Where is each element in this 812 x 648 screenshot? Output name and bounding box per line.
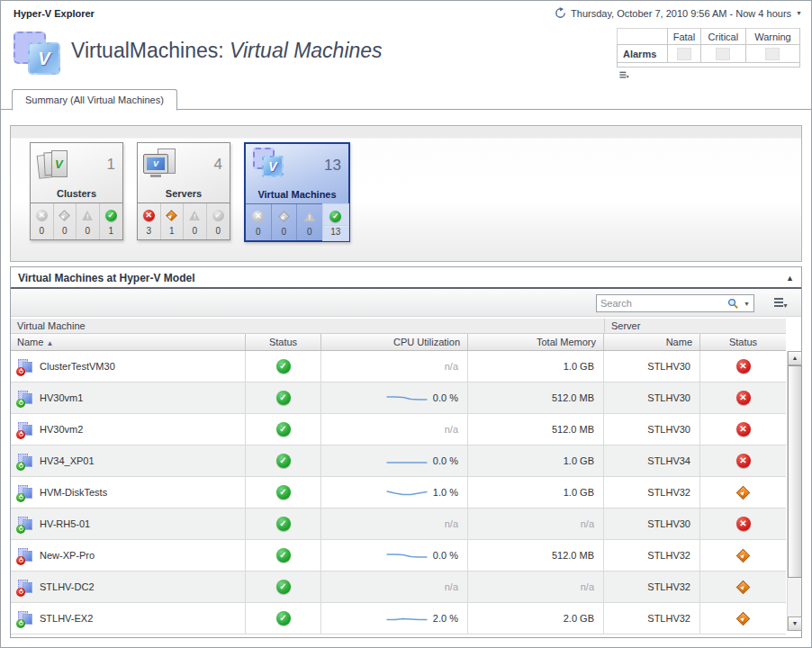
cpu-value: n/a: [445, 361, 458, 372]
server-status-fatal-icon: ✕: [736, 391, 751, 405]
tile-status-normal[interactable]: ✓: [100, 203, 123, 225]
scrollbar-thumb[interactable]: [788, 365, 802, 578]
table-row[interactable]: HV34_XP01✓0.0 %1.0 GBSTLHV34✕: [11, 446, 786, 477]
vm-name-cell[interactable]: New-XP-Pro: [11, 540, 246, 572]
table-row[interactable]: HV30vm2✓n/a512.0 MBSTLHV30✕: [11, 414, 786, 446]
server-name: STLHV32: [647, 550, 690, 561]
column-header-cpu-utilization[interactable]: CPU Utilization: [321, 334, 468, 350]
tile-status-fatal[interactable]: ✕: [138, 203, 161, 225]
tile-status-fatal[interactable]: ✕: [31, 203, 54, 225]
cpu-value: 0.0 %: [433, 392, 458, 403]
total-memory-cell: 2.0 GB: [468, 603, 604, 634]
alarms-warning-cell[interactable]: [745, 45, 799, 63]
alarms-critical-cell[interactable]: [700, 45, 745, 63]
vertical-scrollbar[interactable]: ▲ ▼: [787, 351, 801, 631]
vm-name-cell[interactable]: STLHV-DC2: [11, 572, 246, 603]
critical-status-icon: ▲: [278, 211, 290, 222]
vm-name: STLHV-EX2: [40, 613, 93, 624]
tile-status-count-warning: 0: [184, 225, 207, 239]
table-row[interactable]: New-XP-Pro✓0.0 %512.0 MBSTLHV32▲: [11, 540, 786, 572]
tile-status-normal[interactable]: ✓: [207, 203, 230, 225]
alarms-footer-strip: [618, 63, 800, 68]
cpu-utilization-cell: n/a: [321, 414, 468, 446]
vm-name-cell[interactable]: HV-RH5-01: [11, 508, 246, 540]
tile-status-critical[interactable]: ▲: [161, 203, 185, 225]
time-range-selector[interactable]: Thursday, October 7, 2010 9:56 AM - Now …: [555, 7, 802, 19]
tile-status-critical[interactable]: ▲: [272, 204, 298, 226]
tile-top: V4: [138, 143, 230, 188]
alarms-fatal-value: [677, 48, 691, 60]
vm-power-stopped-badge: [16, 556, 25, 565]
cpu-value: n/a: [445, 581, 458, 592]
column-header-server-name[interactable]: Name: [604, 334, 700, 350]
tile-status-critical[interactable]: ▲: [54, 203, 77, 225]
server-name-cell: STLHV30: [604, 508, 700, 540]
status-normal-icon: ✓: [276, 580, 291, 594]
column-header-name[interactable]: Name ▲: [11, 334, 246, 350]
tile-status-count-fatal: 0: [31, 225, 54, 239]
tile-status-count-fatal: 3: [138, 225, 161, 239]
cpu-utilization-cell: 0.0 %: [321, 540, 468, 572]
table-row[interactable]: HV-RH5-01✓n/an/aSTLHV30✕: [11, 508, 786, 540]
table-row[interactable]: STLHV-DC2✓n/an/aSTLHV32▲: [11, 572, 786, 603]
alarms-fatal-cell[interactable]: [668, 45, 701, 63]
tile-status-warning[interactable]: !: [77, 203, 100, 225]
vm-name-cell[interactable]: HVM-DiskTests: [11, 477, 246, 508]
table-options-icon[interactable]: ▼: [774, 297, 789, 309]
table-row[interactable]: HV30vm1✓0.0 %512.0 MBSTLHV30✕: [11, 382, 786, 414]
scroll-down-button[interactable]: ▼: [788, 616, 802, 631]
total-memory-cell: 512.0 MB: [468, 414, 604, 446]
server-status-critical-icon: ▲: [736, 485, 751, 500]
tile-clusters[interactable]: V1Clusters✕▲!✓0001: [30, 142, 123, 240]
server-status-cell: ▲: [700, 477, 786, 508]
cpu-utilization-cell: n/a: [321, 351, 468, 382]
tile-label: Virtual Machines: [246, 189, 348, 204]
vm-name-cell[interactable]: ClusterTestVM30: [11, 351, 246, 382]
vm-status-cell: ✓: [246, 414, 321, 446]
tiles-container: V1Clusters✕▲!✓0001V4Servers✕▲!✓3100V13Vi…: [30, 142, 350, 242]
server-status-critical-icon: ▲: [736, 580, 751, 594]
vm-name-cell[interactable]: HV30vm1: [11, 382, 246, 414]
topology-tiles-panel: V1Clusters✕▲!✓0001V4Servers✕▲!✓3100V13Vi…: [10, 125, 802, 262]
total-memory-cell: n/a: [468, 572, 604, 603]
virtual-machines-logo-icon: V: [14, 32, 62, 75]
total-memory-cell: 1.0 GB: [468, 477, 604, 508]
tile-top: V1: [31, 143, 122, 188]
table-row[interactable]: HVM-DiskTests✓1.0 %1.0 GBSTLHV32▲: [11, 477, 786, 508]
header: V VirtualMachines: Virtual Machines Fata…: [1, 24, 811, 86]
alarms-options-icon[interactable]: ▼: [619, 71, 629, 79]
memory-value: 512.0 MB: [552, 392, 594, 403]
server-name: STLHV32: [647, 581, 690, 592]
grid-column-headers: Name ▲ Status CPU Utilization Total Memo…: [11, 334, 786, 351]
vm-name-cell[interactable]: HV30vm2: [11, 414, 246, 446]
tile-status-fatal[interactable]: ✕: [246, 204, 272, 226]
search-options-chevron-icon[interactable]: ▼: [744, 301, 750, 307]
table-row[interactable]: STLHV-EX2✓2.0 %2.0 GBSTLHV32▲: [11, 603, 786, 634]
vm-name-cell[interactable]: STLHV-EX2: [11, 603, 246, 634]
tile-status-warning[interactable]: !: [297, 204, 323, 226]
table-row[interactable]: ClusterTestVM30✓n/a1.0 GBSTLHV30✕: [11, 351, 786, 382]
column-header-total-memory[interactable]: Total Memory: [468, 334, 604, 350]
column-header-server-status[interactable]: Status: [700, 334, 786, 350]
tab-summary-all-virtual-machines[interactable]: Summary (All Virtual Machines): [12, 89, 177, 111]
memory-value: 512.0 MB: [552, 550, 594, 561]
alarms-warning-value: [765, 48, 780, 60]
vm-icon: [17, 517, 34, 532]
cpu-value: 0.0 %: [433, 455, 458, 466]
tile-status-warning[interactable]: !: [184, 203, 207, 225]
panel-collapse-icon[interactable]: ▲: [786, 267, 794, 289]
cpu-sparkline: [385, 613, 429, 625]
cpu-value: n/a: [445, 518, 458, 529]
server-name-cell: STLHV32: [604, 572, 700, 603]
search-input[interactable]: [600, 296, 717, 310]
column-header-status[interactable]: Status: [246, 334, 321, 350]
alarms-critical-value: [716, 48, 730, 60]
scroll-up-button[interactable]: ▲: [788, 351, 802, 365]
tile-status-normal[interactable]: ✓: [323, 204, 349, 226]
hyperv-explorer-page: Hyper-V Explorer Thursday, October 7, 20…: [0, 0, 812, 648]
tile-virtual-machines[interactable]: V13Virtual Machines✕▲!✓00013: [244, 142, 350, 242]
cpu-sparkline: [385, 392, 429, 404]
search-icon[interactable]: [727, 298, 739, 310]
tile-servers[interactable]: V4Servers✕▲!✓3100: [137, 142, 230, 240]
vm-name-cell[interactable]: HV34_XP01: [11, 446, 246, 477]
